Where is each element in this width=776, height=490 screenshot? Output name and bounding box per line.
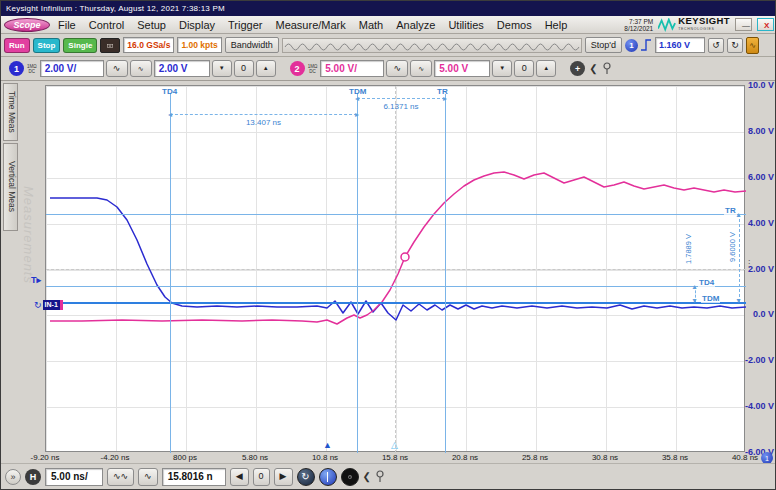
delay-left-button[interactable]: ◀ [230,468,249,486]
stop-button[interactable]: Stop [33,38,61,53]
x-tick-label: 20.8 ns [452,453,478,462]
time-cursor-td4[interactable] [170,94,171,453]
clock-icon[interactable] [341,468,359,486]
channel-2-point-marker[interactable] [401,253,409,261]
waveform-tool-icon[interactable]: ∿ [746,37,759,54]
bandwidth-button[interactable]: Bandwidth [225,37,279,53]
scope-logo[interactable]: Scope [4,18,50,32]
menu-item-demos[interactable]: Demos [497,19,532,31]
search-events-icon[interactable]: ↻ [297,468,315,486]
trigger-source-badge[interactable]: 1 [625,39,638,52]
time-cursor-tr[interactable] [445,94,446,453]
channel-bar: 11MΩDC2.00 V/∿∿2.00 V▼0▲21MΩDC5.00 V/∿∿5… [1,57,776,81]
expand-sidebar-button[interactable]: » [5,469,21,485]
x-tick-label: 15.8 ns [382,453,408,462]
channel-1-scale-field[interactable]: 2.00 V/ [40,60,104,77]
arrow-up-icon: ▴ [693,284,697,290]
zoom-in-time-icon[interactable]: ∿ [138,468,158,486]
delay-position-field[interactable]: 15.8016 n [162,468,226,486]
volt-delta-value: 9.6000 V [728,232,737,262]
delay-zero-button[interactable]: 0 [253,468,270,486]
channel-2-coupling: 1MΩDC [308,64,318,74]
run-button[interactable]: Run [4,38,30,53]
channel-1-offset-up-button[interactable]: ▲ [256,60,276,77]
ground-reference-icon: ↻ [34,300,42,310]
menu-item-help[interactable]: Help [545,19,568,31]
redo-icon[interactable]: ↻ [727,38,743,53]
time-delta-value: 6.1371 ns [357,102,445,111]
pin-icon[interactable] [602,62,612,75]
trigger-level-field[interactable]: 1.160 V [655,37,705,53]
plot-area-wrapper: TRTD4TDMTD4TDMTR◂▸13.407 ns◂▸6.1371 ns▴▾… [1,81,776,467]
measure-level-line-tdm[interactable] [46,302,746,304]
run-status-button[interactable]: Stop'd [585,37,622,53]
splitter-grip[interactable]: ⋮ [745,259,752,268]
volt-delta-arrow-0: ▴▾ [739,214,740,302]
minimize-button[interactable]: — [735,18,752,31]
channel-1-offset-field[interactable]: 2.00 V [154,60,210,77]
delay-right-button[interactable]: ▶ [274,468,293,486]
menu-item-analyze[interactable]: Analyze [396,19,435,31]
keysight-logo: KEYSIGHT TECHNOLOGIES [658,17,730,33]
menu-item-control[interactable]: Control [89,19,124,31]
channel-2-offset-down-button[interactable]: ▼ [492,60,512,77]
volt-delta-arrow-1: ▴▾ [695,286,696,302]
time-cursor-tdm[interactable] [357,94,358,453]
trigger-delay-marker[interactable]: △ [391,441,398,450]
horizontal-badge: H [25,469,41,485]
channel-2-scale-field[interactable]: 5.00 V/ [320,60,384,77]
zoom-out-time-icon[interactable]: ∿∿ [107,468,134,486]
x-tick-label: 5.80 ns [242,453,268,462]
x-tick-label: 30.8 ns [592,453,618,462]
menu-item-file[interactable]: File [58,19,76,31]
pin-icon[interactable] [375,470,385,483]
channel-2-scale-down-icon[interactable]: ∿ [410,60,432,77]
trigger-edge-icon [641,38,652,52]
collapse-toolbar-icon[interactable]: ❮ [363,471,371,482]
channel-2-offset-field[interactable]: 5.00 V [434,60,490,77]
x-tick-label: 35.8 ns [662,453,688,462]
time-delta-arrow-0: ◂▸13.407 ns [170,114,357,115]
arrow-up-icon: ▴ [737,212,741,218]
horizontal-reference-marker[interactable]: ▲ [323,441,332,450]
arrow-down-icon: ▾ [693,298,697,304]
y-tick-label: 10.0 V [744,80,774,90]
menu-item-math[interactable]: Math [359,19,383,31]
add-channel-icon[interactable]: + [570,61,585,76]
memory-depth-field[interactable]: 1.00 kpts [177,37,221,53]
measure-level-line-tr[interactable] [46,214,746,215]
menu-item-utilities[interactable]: Utilities [448,19,483,31]
single-button[interactable]: Single [63,38,97,53]
x-tick-label: 800 ps [173,453,197,462]
channel-1-offset-zero-button[interactable]: 0 [234,60,254,77]
sample-rate-field[interactable]: 16.0 GSa/s [123,37,174,53]
channel-1-badge[interactable]: 1 [9,61,24,76]
timebase-scale-field[interactable]: 5.00 ns/ [45,468,103,486]
menu-item-trigger[interactable]: Trigger [228,19,262,31]
camera-icon [107,41,113,50]
waveform-plot[interactable]: TRTD4TDMTD4TDMTR◂▸13.407 ns◂▸6.1371 ns▴▾… [45,85,745,452]
measure-level-line-td4[interactable] [46,286,746,287]
acquisition-preview-strip[interactable] [282,38,582,53]
menu-item-measure-mark[interactable]: Measure/Mark [275,19,345,31]
trigger-level-marker[interactable]: T▸ [31,275,41,285]
level-line-label-td4: TD4 [698,278,715,287]
menu-item-setup[interactable]: Setup [137,19,166,31]
collapse-channels-icon[interactable]: ❮ [589,63,597,74]
undo-icon[interactable]: ↺ [708,38,724,53]
x-tick-label: 25.8 ns [522,453,548,462]
channel-2-offset-up-button[interactable]: ▲ [536,60,556,77]
menu-item-display[interactable]: Display [179,19,215,31]
marker-ball-icon[interactable] [319,468,337,486]
y-tick-label: 0.0 V [744,309,774,319]
screenshot-camera-button[interactable] [100,38,120,53]
window-title: Keysight Infiniium : Thursday, August 12… [1,1,776,16]
channel-2-badge[interactable]: 2 [290,61,305,76]
channel-2-scale-up-icon[interactable]: ∿ [386,60,408,77]
channel-1-offset-down-button[interactable]: ▼ [212,60,232,77]
waveform-label-tag[interactable]: ↻ IN-1 [34,300,63,310]
channel-2-offset-zero-button[interactable]: 0 [514,60,534,77]
channel-1-scale-up-icon[interactable]: ∿ [106,60,128,77]
channel-1-scale-down-icon[interactable]: ∿ [130,60,152,77]
close-button[interactable]: X [757,18,774,31]
